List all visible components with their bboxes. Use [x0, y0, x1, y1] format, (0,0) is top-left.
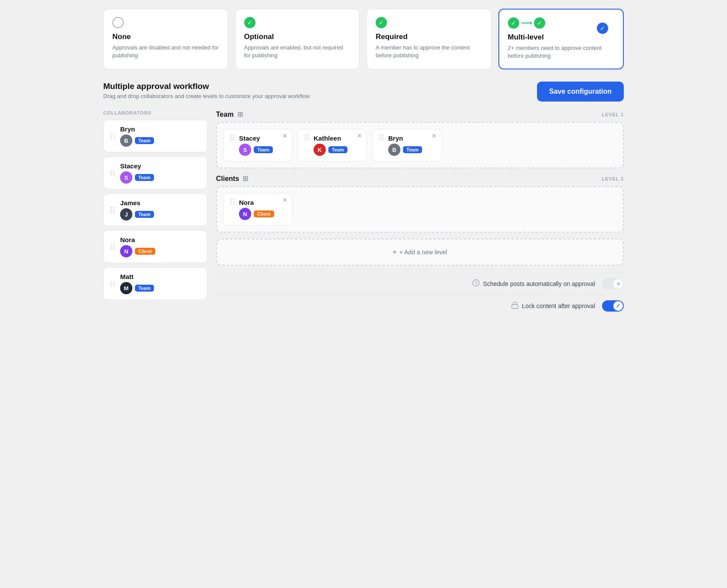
drag-handle-matt[interactable] — [110, 281, 116, 286]
schedule-toggle-switch[interactable]: ✕ — [602, 278, 624, 289]
collab-avatar-row-james: J Team — [120, 208, 154, 220]
drag-handle-l1-stacey[interactable] — [229, 135, 236, 140]
member-avatar-row-l1-kathleen: K Team — [314, 144, 348, 156]
clock-icon — [472, 279, 480, 289]
collab-info-nora: Nora N Client — [120, 236, 155, 257]
levels-panel: Team ⊞ LEVEL 1 Stacey — [216, 110, 624, 317]
level-2-member-nora: Nora N Client ✕ — [223, 193, 292, 226]
collaborator-card-matt[interactable]: Matt M Team — [103, 267, 207, 300]
collaborator-card-stacey[interactable]: Stacey S Team — [103, 157, 207, 189]
none-icon — [112, 17, 219, 28]
badge-nora: Client — [135, 248, 155, 255]
workflow-subtitle: Drag and drop collaborators and create l… — [103, 93, 310, 99]
save-configuration-button[interactable]: Save configuration — [537, 82, 624, 102]
remove-l1-kathleen-button[interactable]: ✕ — [357, 133, 362, 139]
footer-toggles: Schedule posts automatically on approval… — [216, 273, 624, 317]
avatar-nora: N — [120, 245, 132, 257]
badge-bryn: Team — [135, 137, 154, 144]
none-title: None — [112, 33, 219, 41]
collab-info-stacey: Stacey S Team — [120, 162, 154, 184]
member-name-l2-nora: Nora — [239, 199, 274, 206]
multilevel-title: Multi-level — [508, 33, 615, 42]
avatar-matt: M — [120, 282, 132, 294]
badge-matt: Team — [135, 285, 154, 292]
level-1-drop-zone[interactable]: Stacey S Team ✕ — [216, 122, 624, 168]
lock-toggle-label: Lock content after approval — [511, 301, 595, 311]
collab-avatar-row-matt: M Team — [120, 282, 154, 294]
badge-l1-bryn: Team — [403, 146, 422, 153]
workflow-title-block: Multiple approval workflow Drag and drop… — [103, 82, 310, 99]
add-level-plus-icon: + — [393, 248, 396, 256]
level-2-header: Clients ⊞ LEVEL 2 — [216, 174, 624, 183]
svg-text:M: M — [124, 285, 129, 292]
badge-l1-stacey: Team — [254, 146, 273, 153]
multilevel-desc: 2+ members need to approve content befor… — [508, 44, 615, 60]
approval-card-none[interactable]: None Approvals are disabled and not need… — [103, 9, 228, 69]
drag-handle-james[interactable] — [110, 207, 116, 213]
drag-handle-l1-kathleen[interactable] — [304, 135, 310, 140]
avatar-l1-bryn: B — [388, 144, 400, 156]
lock-toggle-text: Lock content after approval — [522, 302, 595, 309]
member-name-l1-stacey: Stacey — [239, 135, 273, 142]
none-desc: Approvals are disabled and not needed fo… — [112, 44, 219, 59]
collab-info-james: James J Team — [120, 199, 154, 220]
svg-text:B: B — [124, 138, 128, 144]
level-2-copy-icon[interactable]: ⊞ — [242, 174, 248, 183]
level-2-badge: LEVEL 2 — [602, 176, 624, 181]
required-icon: ✓ — [376, 17, 482, 28]
approval-card-required[interactable]: ✓ Required A member has to approve the c… — [367, 9, 491, 69]
lock-toggle-switch[interactable]: ✓ — [602, 300, 624, 312]
lock-toggle-row: Lock content after approval ✓ — [216, 295, 624, 317]
svg-text:B: B — [392, 147, 396, 153]
approval-type-cards: None Approvals are disabled and not need… — [103, 9, 624, 69]
collab-name-james: James — [120, 199, 154, 207]
approval-card-optional[interactable]: ✓ Optional Approvals are enabled, but no… — [235, 9, 360, 69]
collab-avatar-row-bryn: B Team — [120, 135, 154, 147]
svg-text:N: N — [243, 211, 247, 217]
collab-name-bryn: Bryn — [120, 125, 154, 133]
optional-icon: ✓ — [244, 17, 351, 28]
collaborator-card-nora[interactable]: Nora N Client — [103, 230, 207, 263]
main-container: None Approvals are disabled and not need… — [103, 9, 624, 317]
drag-handle-bryn[interactable] — [110, 133, 116, 139]
avatar-l1-kathleen: K — [314, 144, 326, 156]
svg-text:S: S — [124, 174, 128, 181]
schedule-toggle-row: Schedule posts automatically on approval… — [216, 273, 624, 295]
badge-james: Team — [135, 211, 154, 218]
level-1-member-bryn: Bryn B Team ✕ — [372, 129, 442, 161]
drag-handle-l1-bryn[interactable] — [379, 135, 385, 140]
remove-l2-nora-button[interactable]: ✕ — [282, 197, 288, 203]
member-info-l1-bryn: Bryn B Team — [388, 135, 422, 156]
level-1-member-stacey: Stacey S Team ✕ — [223, 129, 292, 161]
schedule-toggle-knob: ✕ — [613, 279, 623, 289]
required-title: Required — [376, 33, 482, 41]
approval-card-multilevel[interactable]: ✓ ⟶ ✓ ✓ Multi-level 2+ members need to a… — [498, 9, 624, 69]
level-2-section: Clients ⊞ LEVEL 2 Nora — [216, 174, 624, 233]
level-1-copy-icon[interactable]: ⊞ — [237, 110, 243, 118]
lock-knob-icon: ✓ — [616, 303, 620, 309]
collab-avatar-row-stacey: S Team — [120, 171, 154, 184]
svg-text:S: S — [243, 147, 247, 153]
level-2-drop-zone[interactable]: Nora N Client ✕ — [216, 186, 624, 233]
collaborator-card-bryn[interactable]: Bryn B Team — [103, 120, 207, 152]
level-2-name: Clients ⊞ — [216, 174, 248, 183]
remove-l1-stacey-button[interactable]: ✕ — [282, 133, 288, 139]
add-level-label: + Add a new level — [400, 249, 447, 256]
add-level-button[interactable]: + + Add a new level — [216, 239, 624, 266]
collab-name-nora: Nora — [120, 236, 155, 243]
drag-handle-l2-nora[interactable] — [229, 199, 236, 204]
selected-check-icon: ✓ — [597, 23, 608, 34]
optional-title: Optional — [244, 33, 351, 41]
collab-avatar-row-nora: N Client — [120, 245, 155, 257]
badge-l2-nora: Client — [254, 210, 274, 217]
lock-icon — [511, 301, 518, 311]
level-1-section: Team ⊞ LEVEL 1 Stacey — [216, 110, 624, 168]
schedule-toggle-text: Schedule posts automatically on approval — [483, 280, 595, 287]
drag-handle-nora[interactable] — [110, 244, 116, 250]
collaborator-card-james[interactable]: James J Team — [103, 194, 207, 226]
drag-handle-stacey[interactable] — [110, 170, 116, 176]
badge-stacey: Team — [135, 174, 154, 181]
lock-toggle-knob: ✓ — [613, 301, 623, 311]
member-info-l1-stacey: Stacey S Team — [239, 135, 273, 156]
remove-l1-bryn-button[interactable]: ✕ — [432, 133, 437, 139]
